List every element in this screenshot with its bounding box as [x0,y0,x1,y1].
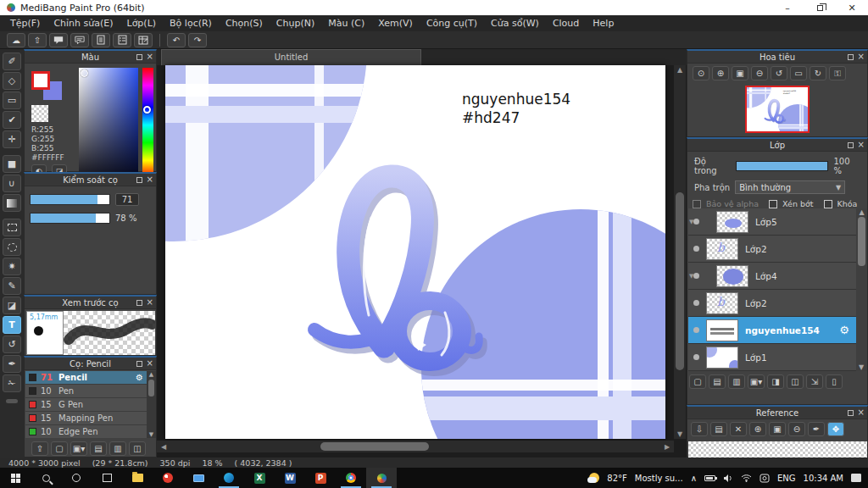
layer-visibility-dot[interactable] [693,300,699,306]
new-brush-button[interactable]: ▢ [51,441,68,456]
new-1bit-layer-button[interactable]: ▥ [728,374,745,389]
reference-close-button[interactable]: ✕ [730,422,747,436]
layer-opacity-slider[interactable] [736,161,828,171]
merge-layer-button[interactable]: ⇲ [806,374,823,389]
popout-icon[interactable] [136,300,142,306]
close-icon[interactable]: × [858,141,865,149]
new-8bit-layer-button[interactable]: ▤ [709,374,726,389]
saturation-value-box[interactable] [79,68,138,178]
language-indicator[interactable]: ENG [777,474,796,483]
text-tool[interactable]: T [3,316,21,334]
weather-icon[interactable] [589,473,599,483]
layer-row-lop1[interactable]: Lớp1 [688,344,856,371]
select-pen-tool[interactable]: ✎ [3,277,21,295]
table-edit-button[interactable] [134,33,153,47]
hue-cursor[interactable] [143,106,151,114]
reference-cloud-button[interactable]: ⇩ [691,422,708,436]
export-button[interactable]: ⇧ [28,33,47,47]
eyedropper-tool[interactable]: ✒ [3,355,21,373]
menu-capture[interactable]: Chụp(N) [270,15,321,31]
layer-row-nguyenhue154[interactable]: nguyenhue154 ⚙ [688,317,856,344]
brush-size-value[interactable]: 71 [115,193,139,206]
lock-button[interactable]: ⚿ [829,66,846,80]
edge-button[interactable] [214,468,244,488]
menu-help[interactable]: Help [586,15,620,31]
brush-row-pen[interactable]: 10 Pen [25,385,147,398]
menu-layer[interactable]: Lớp(L) [120,15,164,31]
redo-button[interactable]: ↷ [188,33,207,47]
transparent-color-swatch[interactable] [31,105,48,122]
scroll-left-arrow[interactable]: ◀ [158,443,170,451]
layer-visibility-dot[interactable] [693,327,699,333]
toolcol-scroll-pill[interactable] [6,399,18,403]
snap-curve-tool[interactable]: ✔ [3,111,21,129]
menu-edit[interactable]: Chỉnh sửa(E) [47,15,120,31]
new-layer-button[interactable]: ▢ [689,374,706,389]
comment-lines-button[interactable] [70,33,89,47]
sv-cursor[interactable] [81,69,88,77]
undo-button[interactable]: ↶ [167,33,186,47]
minimize-button[interactable]: – [771,0,804,15]
excel-button[interactable]: X [244,468,275,488]
powerpoint-button[interactable]: P [305,468,336,488]
close-icon[interactable]: × [147,53,153,61]
canvas-vertical-scrollbar[interactable]: ▲ ▼ [674,65,686,439]
blend-mode-dropdown[interactable]: Bình thường▼ [735,180,845,194]
brush-row-gpen[interactable]: 15 G Pen [25,398,147,412]
menu-color[interactable]: Màu (C) [321,15,371,31]
cortana-button[interactable] [61,468,92,488]
reference-eyedropper-button[interactable]: ✒ [808,422,825,436]
reference-zoom-in-button[interactable]: ⊕ [749,422,766,436]
foreground-color-swatch[interactable] [31,71,50,90]
brush-row-mapping-pen[interactable]: 15 Mapping Pen [25,412,147,425]
reference-zoom-out-button[interactable]: ⊖ [788,422,805,436]
layer-settings-gear-icon[interactable]: ⚙ [839,324,849,336]
meet-now-icon[interactable] [760,474,770,483]
layer-row-lop5[interactable]: ▼ Lớp5 [688,208,856,236]
gradient-tool[interactable] [3,194,21,212]
close-icon[interactable]: × [858,53,865,61]
canvas-horizontal-scrollbar[interactable]: ◀ ▶ [157,441,674,452]
medibang-taskbar-button[interactable] [366,468,397,488]
popout-icon[interactable] [136,54,142,60]
brush-size-slider[interactable] [30,194,110,205]
word-button[interactable]: W [275,468,305,488]
delete-layer-button[interactable]: ▯ [826,374,843,389]
shape-tool[interactable]: ▭ [3,92,21,109]
rotate-cw-button[interactable]: ↻ [810,66,826,80]
scroll-down-arrow[interactable]: ▼ [674,430,686,438]
file-explorer-button[interactable] [122,468,153,488]
document-list-button[interactable] [113,33,131,47]
menu-window[interactable]: Cửa sổ(W) [484,15,546,31]
canvas[interactable]: nguyenhue154 #hd247 [165,65,665,439]
layer-folder-button[interactable]: ◨ [767,374,784,389]
restore-button[interactable] [804,0,836,15]
cloud-save-button[interactable]: ☁ [7,33,25,47]
menu-cloud[interactable]: Cloud [546,15,586,31]
brush-folder-button[interactable]: ▥ [109,441,126,456]
reference-content[interactable] [688,441,867,458]
chrome-button[interactable] [336,468,366,488]
select-fill-tool[interactable]: ■ [3,155,21,173]
close-icon[interactable]: × [858,408,865,417]
brush-settings-gear-icon[interactable]: ⚙ [136,373,143,382]
eraser-tool[interactable]: ◇ [3,72,21,90]
add-layer-menu-button[interactable]: ▣▾ [748,374,765,389]
lasso-tool[interactable] [3,238,21,256]
duplicate-layer-button[interactable]: ◫ [787,374,804,389]
close-icon[interactable]: × [147,175,153,184]
menu-view[interactable]: Xem(V) [371,15,420,31]
navigator-thumbnail[interactable] [745,86,810,133]
hue-bar[interactable] [142,68,153,178]
scrollbar-thumb[interactable] [148,380,154,396]
magic-wand-tool[interactable]: ✷ [3,258,21,275]
speaker-icon[interactable] [723,474,733,483]
layer-visibility-dot[interactable] [693,273,699,279]
menu-filter[interactable]: Bộ lọc(R) [163,15,219,31]
document-button[interactable] [92,33,110,47]
menu-file[interactable]: Tệp(F) [3,15,47,31]
wifi-icon[interactable] [741,474,752,482]
zoom-in-button[interactable]: ⊕ [712,66,729,80]
brush-row-edge-pen[interactable]: 10 Edge Pen [25,425,147,438]
battery-icon[interactable] [704,475,715,481]
